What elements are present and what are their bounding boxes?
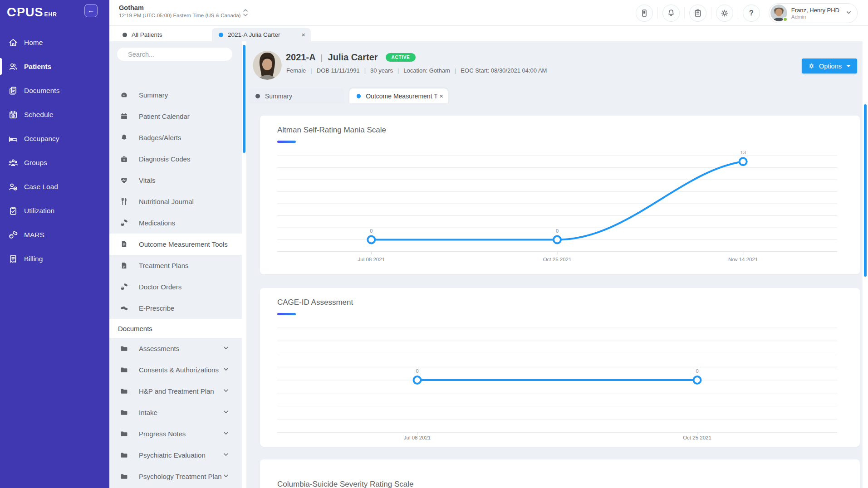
clipboard-icon (693, 9, 702, 18)
location-datetime: 12:19 PM (UTC-05:00) Eastern Time (US & … (119, 13, 240, 18)
point-value-label: 13 (740, 151, 746, 155)
patient-menu-vitals[interactable]: Vitals (109, 170, 242, 191)
folder-progress-notes[interactable]: Progress Notes (109, 423, 242, 444)
sidebar-collapse-button[interactable]: ← (84, 4, 98, 17)
medical-bag-icon (120, 155, 128, 163)
chevron-down-icon[interactable] (223, 345, 229, 352)
document-icon (120, 262, 128, 269)
point-value-label: 0 (556, 228, 559, 234)
tab-dot (357, 94, 361, 98)
user-menu[interactable]: Franz, Henry PHD Admin (769, 3, 858, 23)
patient-menu-patient-calendar[interactable]: Patient Calendar (109, 106, 242, 127)
sidebar-item-utilization[interactable]: Utilization (0, 199, 109, 223)
help-icon: ? (749, 9, 754, 17)
main-scrollbar[interactable] (863, 41, 868, 488)
status-badge: ACTIVE (386, 53, 416, 62)
folder-psychiatric-evaluation[interactable]: Psychiatric Evaluation (109, 444, 242, 466)
chart-point[interactable] (414, 376, 421, 384)
sidebar-item-mars[interactable]: MARS (0, 223, 109, 247)
close-tab-icon[interactable]: × (301, 31, 305, 38)
utilization-clipboard-icon (8, 206, 18, 216)
point-value-label: 0 (416, 368, 418, 374)
search-input[interactable] (117, 48, 232, 61)
chart-point[interactable] (740, 158, 747, 165)
content-tab-outcome-measurement-tools[interactable]: Outcome Measurement Tools × (349, 88, 448, 103)
user-status-dot (783, 17, 788, 22)
documents-icon (8, 86, 18, 96)
app-sidebar: OPUSEHR ← Home Patients Documents Schedu… (0, 0, 109, 488)
help-button[interactable]: ? (743, 5, 760, 22)
divider (738, 7, 738, 19)
notifications-button[interactable] (662, 5, 680, 22)
patient-eoc-start: EOC Start: 08/30/2021 04:00 AM (461, 67, 547, 74)
patient-menu-badges-alerts[interactable]: Badges/Alerts (109, 127, 242, 148)
main-scrollbar-thumb[interactable] (864, 104, 867, 277)
heart-pulse-icon (120, 176, 128, 184)
settings-gear-icon (720, 9, 729, 18)
altman-line-chart[interactable]: Jul 08 2021Oct 25 2021Nov 14 20210013 (277, 151, 837, 265)
clipboard-button[interactable] (689, 5, 706, 22)
divider (657, 7, 658, 19)
patient-menu-doctor-orders[interactable]: Doctor Orders (109, 276, 242, 298)
folder-intake[interactable]: Intake (109, 402, 242, 423)
folder-hp-treatment-plan[interactable]: H&P and Treatment Plan (109, 381, 242, 402)
patient-menu-diagnosis-codes[interactable]: Diagnosis Codes (109, 148, 242, 170)
sidebar-item-groups[interactable]: Groups (0, 151, 109, 175)
patient-menu-outcome-measurement-tools[interactable]: Outcome Measurement Tools (109, 234, 242, 255)
tab-all-patients[interactable]: All Patients (116, 28, 167, 41)
patient-menu-treatment-plans[interactable]: Treatment Plans (109, 255, 242, 276)
content-tab-summary[interactable]: Summary (248, 88, 344, 103)
panel-scrollbar[interactable] (242, 41, 246, 488)
chevron-down-icon[interactable] (223, 451, 229, 459)
folder-icon (120, 430, 128, 438)
options-button[interactable]: Options (802, 59, 857, 73)
folder-assessments[interactable]: Assessments (109, 338, 242, 359)
patient-menu-medications[interactable]: Medications (109, 212, 242, 234)
tab-patient-julia-carter[interactable]: 2021-A Julia Carter × (212, 28, 311, 41)
location-selector[interactable]: Gotham 12:19 PM (UTC-05:00) Eastern Time… (119, 4, 240, 18)
patient-details: Female| DOB 11/11/1991| 30 years| Locati… (286, 67, 547, 74)
folder-psychology-treatment-plan[interactable]: Psychology Treatment Plan (109, 466, 242, 487)
gear-icon (808, 63, 815, 69)
patient-location: Location: Gotham (403, 67, 450, 74)
fax-button[interactable] (636, 5, 653, 22)
sidebar-item-case-load[interactable]: Case Load (0, 175, 109, 199)
sidebar-item-billing[interactable]: Billing (0, 247, 109, 271)
patient-menu-summary[interactable]: Summary (109, 84, 242, 106)
tab-dot (255, 94, 260, 98)
sidebar-item-occupancy[interactable]: Occupancy (0, 127, 109, 151)
sidebar-item-documents[interactable]: Documents (0, 78, 109, 102)
chevron-down-icon[interactable] (223, 366, 229, 374)
cage-id-line-chart[interactable]: Jul 08 2021Oct 25 202100 (277, 323, 837, 442)
sidebar-item-home[interactable]: Home (0, 30, 109, 54)
settings-button[interactable] (716, 5, 733, 22)
sidebar-item-schedule[interactable]: Schedule (0, 102, 109, 127)
chart-title: Columbia-Suicide Severity Rating Scale (277, 480, 837, 488)
separator: | (321, 53, 323, 63)
chart-point[interactable] (694, 376, 701, 384)
charts-container: Altman Self-Rating Mania Scale Jul 08 20… (260, 116, 860, 488)
panel-scrollbar-thumb[interactable] (243, 45, 245, 153)
close-tab-icon[interactable]: × (439, 93, 443, 99)
location-name: Gotham (119, 4, 240, 11)
patient-menu-nutritional-journal[interactable]: Nutritional Journal (109, 191, 242, 212)
pills-icon (120, 283, 128, 291)
chart-point[interactable] (368, 236, 375, 244)
chevron-down-icon[interactable] (223, 409, 229, 416)
chevron-down-icon[interactable] (223, 430, 229, 438)
patient-menu-e-prescribe[interactable]: E-Prescribe (109, 298, 242, 319)
x-axis-label: Oct 25 2021 (683, 435, 711, 440)
x-axis-label: Jul 08 2021 (358, 257, 385, 262)
patients-icon (8, 62, 18, 72)
logo-dash (11, 12, 18, 14)
folder-consents-authorizations[interactable]: Consents & Authorizations (109, 359, 242, 381)
chevron-down-icon[interactable] (223, 387, 229, 395)
title-underline (277, 313, 296, 315)
patient-id: 2021-A (286, 52, 316, 63)
sidebar-item-patients[interactable]: Patients (0, 54, 109, 78)
chart-point[interactable] (554, 236, 561, 244)
chevron-down-icon[interactable] (223, 473, 229, 480)
location-unfold-icon[interactable] (242, 8, 249, 18)
app-logo: OPUSEHR (7, 5, 57, 20)
folder-icon (120, 451, 128, 459)
